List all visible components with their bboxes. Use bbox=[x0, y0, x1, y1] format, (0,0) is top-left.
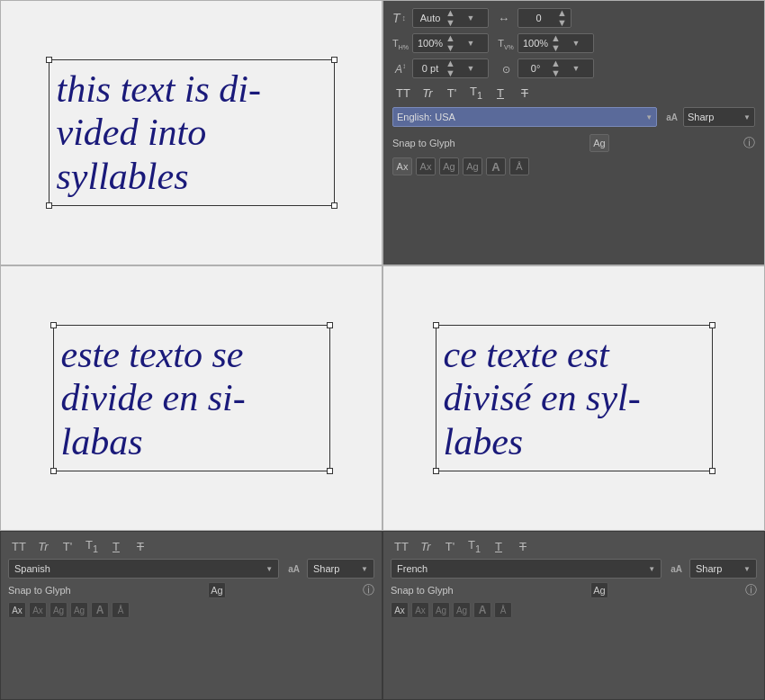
tb-tprime-left[interactable]: T' bbox=[57, 537, 78, 555]
selection-box-2: este texto se divide en si- labas bbox=[53, 325, 330, 471]
handle-br-3[interactable] bbox=[709, 468, 716, 474]
horizontal-scale-input[interactable]: 100% ▲▼ ▼ bbox=[412, 33, 489, 53]
snap-icons-row: Ax Ax Ag Ag A Å bbox=[392, 157, 755, 175]
english-text: this text is di- vided into syllables bbox=[57, 67, 327, 198]
snap-ag2-right[interactable]: Ag bbox=[453, 602, 471, 618]
sharp-select-left[interactable]: Sharp ▼ bbox=[307, 559, 374, 579]
tb-tstrike-right[interactable]: T bbox=[512, 537, 534, 555]
handle-tl[interactable] bbox=[46, 57, 52, 63]
canvas-mid-left: este texto se divide en si- labas bbox=[0, 265, 382, 531]
horizontal-scale-icon: TH% bbox=[392, 36, 409, 50]
text-canvas-1[interactable]: this text is di- vided into syllables bbox=[49, 59, 335, 206]
snap-ax1-left[interactable]: Ax bbox=[8, 602, 26, 618]
snap-ag1-right[interactable]: Ag bbox=[432, 602, 450, 618]
snap-a-dia-right[interactable]: Å bbox=[494, 602, 512, 618]
tb-tr-left[interactable]: Tr bbox=[32, 537, 54, 555]
handle-tl-2[interactable] bbox=[50, 322, 57, 328]
vertical-scale-input[interactable]: 100% ▲▼ ▼ bbox=[518, 33, 594, 53]
text-canvas-2[interactable]: este texto se divide en si- labas bbox=[53, 325, 330, 471]
french-text: ce texte est divisé en syl- labes bbox=[444, 333, 705, 463]
tb-tsub-right[interactable]: T1 bbox=[464, 537, 485, 555]
rotation-icon: ⊙ bbox=[498, 62, 514, 76]
sharp-select[interactable]: Sharp ▼ bbox=[683, 107, 755, 127]
panel-top-right: T ↕ Auto ▲▼ ▼ ↔ 0 ▲▼ TH% 100% ▲▼ bbox=[382, 0, 765, 265]
auto-input[interactable]: Auto ▲▼ ▼ bbox=[412, 8, 489, 28]
snap-to-glyph-row: Snap to Glyph Ag ⓘ bbox=[392, 134, 755, 152]
snap-ag2-left[interactable]: Ag bbox=[70, 602, 88, 618]
selection-box-3: ce texte est divisé en syl- labes bbox=[436, 325, 713, 471]
canvas-mid-right: ce texte est divisé en syl- labes bbox=[382, 265, 765, 531]
tb-tt-left[interactable]: TT bbox=[8, 537, 30, 555]
t-prime-button[interactable]: T' bbox=[441, 84, 463, 102]
tb-tt-right[interactable]: TT bbox=[391, 537, 412, 555]
handle-br[interactable] bbox=[331, 202, 338, 209]
tb-select-row-right: French ▼ aA Sharp ▼ bbox=[391, 559, 757, 579]
vertical-scale-icon: TV% bbox=[498, 36, 514, 50]
handle-bl-2[interactable] bbox=[50, 468, 57, 474]
snap-icon-ag[interactable]: Ag bbox=[590, 134, 609, 152]
tb-select-row-left: Spanish ▼ aA Sharp ▼ bbox=[8, 559, 374, 579]
info-icon-left[interactable]: ⓘ bbox=[363, 582, 374, 598]
snap-row-right: Snap to Glyph Ag ⓘ bbox=[391, 582, 757, 598]
info-icon-right[interactable]: ⓘ bbox=[745, 582, 757, 598]
snap-ax1-right[interactable]: Ax bbox=[391, 602, 409, 618]
toolbar-bot-right: TT Tr T' T1 T T French ▼ aA Sharp ▼ Snap… bbox=[382, 531, 765, 700]
snap-ag-left[interactable]: Ag bbox=[208, 582, 226, 598]
snap-ax-2[interactable]: Ax bbox=[416, 157, 436, 175]
snap-a-cap[interactable]: A bbox=[486, 157, 506, 175]
aa-label-left: aA bbox=[288, 564, 300, 574]
language-sharp-row: English: USA ▼ aA Sharp ▼ bbox=[392, 107, 755, 127]
tb-tunder-right[interactable]: T bbox=[488, 537, 509, 555]
snap-a-dia-left[interactable]: Å bbox=[112, 602, 130, 618]
panel-row-1: T ↕ Auto ▲▼ ▼ ↔ 0 ▲▼ bbox=[392, 8, 755, 28]
tt-button[interactable]: TT bbox=[392, 84, 414, 102]
tb-tstrike-left[interactable]: T bbox=[130, 537, 151, 555]
tracking-input[interactable]: 0 ▲▼ bbox=[518, 8, 572, 28]
tb-tsub-left[interactable]: T1 bbox=[81, 537, 103, 555]
tb-tr-right[interactable]: Tr bbox=[415, 537, 436, 555]
snap-label-right: Snap to Glyph bbox=[391, 585, 454, 596]
snap-a-cap-left[interactable]: A bbox=[91, 602, 109, 618]
tb-btn-row-right: TT Tr T' T1 T T bbox=[391, 537, 757, 555]
snap-ag-2[interactable]: Ag bbox=[463, 157, 482, 175]
tb-tunder-left[interactable]: T bbox=[105, 537, 127, 555]
sharp-select-right[interactable]: Sharp ▼ bbox=[689, 559, 757, 579]
t-strikethrough-button[interactable]: T bbox=[514, 84, 536, 102]
snap-ax-1[interactable]: Ax bbox=[392, 157, 412, 175]
handle-tr[interactable] bbox=[331, 57, 338, 63]
canvas-top-left: this text is di- vided into syllables bbox=[0, 0, 382, 265]
info-icon[interactable]: ⓘ bbox=[743, 135, 755, 151]
snap-ax2-right[interactable]: Ax bbox=[411, 602, 429, 618]
typography-buttons-row: TT Tr T' T1 T T bbox=[392, 84, 755, 102]
handle-tr-2[interactable] bbox=[327, 322, 333, 328]
t-underline-button[interactable]: T bbox=[490, 84, 511, 102]
snap-a-cap-right[interactable]: A bbox=[473, 602, 491, 618]
aa-label: aA bbox=[666, 112, 678, 122]
handle-bl[interactable] bbox=[46, 202, 52, 209]
tb-tprime-right[interactable]: T' bbox=[439, 537, 461, 555]
text-canvas-3[interactable]: ce texte est divisé en syl- labes bbox=[436, 325, 713, 471]
handle-tr-3[interactable] bbox=[709, 322, 716, 328]
handle-br-2[interactable] bbox=[327, 468, 333, 474]
handle-bl-3[interactable] bbox=[433, 468, 439, 474]
snap-ag-right[interactable]: Ag bbox=[590, 582, 608, 598]
tr-button[interactable]: Tr bbox=[417, 84, 438, 102]
panel-row-2: TH% 100% ▲▼ ▼ TV% 100% ▲▼ ▼ bbox=[392, 33, 755, 53]
language-select[interactable]: English: USA ▼ bbox=[392, 107, 657, 127]
baseline-shift-input[interactable]: 0 pt ▲▼ ▼ bbox=[412, 58, 489, 78]
snap-ax2-left[interactable]: Ax bbox=[29, 602, 47, 618]
text-height-icon: T ↕ bbox=[392, 11, 409, 25]
french-select[interactable]: French ▼ bbox=[391, 559, 662, 579]
snap-ag1-left[interactable]: Ag bbox=[50, 602, 68, 618]
snap-to-glyph-label: Snap to Glyph bbox=[392, 138, 455, 148]
handle-tl-3[interactable] bbox=[433, 322, 439, 328]
panel-row-3: A↕ 0 pt ▲▼ ▼ ⊙ 0° ▲▼ ▼ bbox=[392, 58, 755, 78]
spanish-select[interactable]: Spanish ▼ bbox=[8, 559, 279, 579]
typography-panel: T ↕ Auto ▲▼ ▼ ↔ 0 ▲▼ TH% 100% ▲▼ bbox=[383, 1, 764, 265]
aa-label-right: aA bbox=[670, 564, 682, 574]
t-sub-button[interactable]: T1 bbox=[465, 84, 487, 102]
baseline-shift-icon: A↕ bbox=[392, 62, 409, 76]
snap-a-diacritic[interactable]: Å bbox=[509, 157, 529, 175]
rotation-input[interactable]: 0° ▲▼ ▼ bbox=[518, 58, 594, 78]
snap-ag-1[interactable]: Ag bbox=[439, 157, 459, 175]
